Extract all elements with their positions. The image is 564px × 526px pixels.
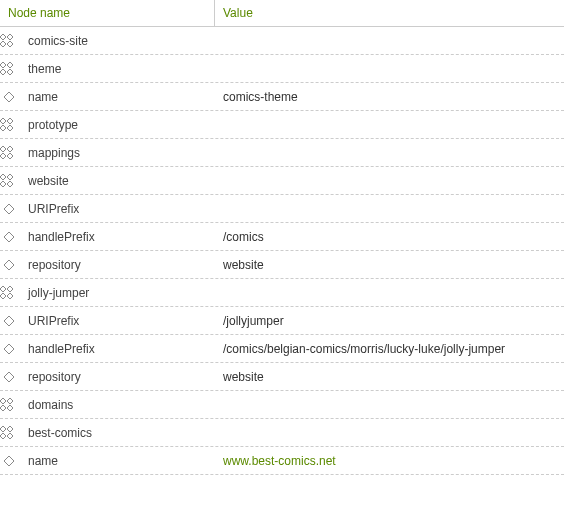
node-value: website [215, 366, 564, 388]
node-label: best-comics [18, 426, 92, 440]
node-label: URIPrefix [18, 202, 79, 216]
node-label: mappings [18, 146, 80, 160]
node-value [215, 177, 564, 185]
node-label: domains [18, 398, 73, 412]
node-label: website [18, 174, 69, 188]
node-value[interactable]: www.best-comics.net [215, 450, 564, 472]
node-label: theme [18, 62, 61, 76]
node-value: website [215, 254, 564, 276]
node-label: handlePrefix [18, 230, 95, 244]
tree-body: comics-sitethemenamecomics-themeprototyp… [0, 27, 564, 475]
leaf-node-icon [0, 230, 18, 244]
leaf-node-icon [0, 342, 18, 356]
node-value: comics-theme [215, 86, 564, 108]
node-name-cell: comics-site [0, 30, 215, 52]
node-value [215, 37, 564, 45]
tree-row[interactable]: handlePrefix/comics/belgian-comics/morri… [0, 335, 564, 363]
group-node-icon [0, 146, 18, 160]
node-value [215, 205, 564, 213]
node-name-cell: mappings [0, 142, 215, 164]
group-node-icon [0, 286, 18, 300]
group-node-icon [0, 426, 18, 440]
tree-row[interactable]: handlePrefix/comics [0, 223, 564, 251]
tree-row[interactable]: URIPrefix [0, 195, 564, 223]
node-label: comics-site [18, 34, 88, 48]
table-header: Node name Value [0, 0, 564, 27]
leaf-node-icon [0, 202, 18, 216]
leaf-node-icon [0, 258, 18, 272]
node-name-cell: theme [0, 58, 215, 80]
node-label: handlePrefix [18, 342, 95, 356]
leaf-node-icon [0, 314, 18, 328]
tree-row[interactable]: repositorywebsite [0, 363, 564, 391]
group-node-icon [0, 34, 18, 48]
group-node-icon [0, 398, 18, 412]
node-value [215, 65, 564, 73]
tree-row[interactable]: comics-site [0, 27, 564, 55]
node-value [215, 401, 564, 409]
node-label: prototype [18, 118, 78, 132]
node-name-cell: website [0, 170, 215, 192]
node-name-cell: name [0, 450, 215, 472]
node-label: repository [18, 258, 81, 272]
node-name-cell: name [0, 86, 215, 108]
node-name-cell: handlePrefix [0, 338, 215, 360]
node-label: repository [18, 370, 81, 384]
node-label: name [18, 454, 58, 468]
node-name-cell: jolly-jumper [0, 282, 215, 304]
node-label: name [18, 90, 58, 104]
node-label: URIPrefix [18, 314, 79, 328]
group-node-icon [0, 62, 18, 76]
header-node-name: Node name [0, 0, 215, 26]
leaf-node-icon [0, 454, 18, 468]
node-value: /comics [215, 226, 564, 248]
tree-row[interactable]: website [0, 167, 564, 195]
tree-row[interactable]: jolly-jumper [0, 279, 564, 307]
tree-row[interactable]: URIPrefix/jollyjumper [0, 307, 564, 335]
tree-row[interactable]: namecomics-theme [0, 83, 564, 111]
node-name-cell: handlePrefix [0, 226, 215, 248]
node-name-cell: best-comics [0, 422, 215, 444]
node-name-cell: URIPrefix [0, 310, 215, 332]
group-node-icon [0, 118, 18, 132]
node-value [215, 149, 564, 157]
node-name-cell: repository [0, 254, 215, 276]
node-name-cell: domains [0, 394, 215, 416]
node-value: /jollyjumper [215, 310, 564, 332]
leaf-node-icon [0, 370, 18, 384]
node-name-cell: prototype [0, 114, 215, 136]
tree-row[interactable]: best-comics [0, 419, 564, 447]
group-node-icon [0, 174, 18, 188]
node-name-cell: repository [0, 366, 215, 388]
tree-row[interactable]: domains [0, 391, 564, 419]
header-value: Value [215, 0, 564, 26]
tree-row[interactable]: mappings [0, 139, 564, 167]
node-value: /comics/belgian-comics/morris/lucky-luke… [215, 338, 564, 360]
node-label: jolly-jumper [18, 286, 89, 300]
node-value [215, 429, 564, 437]
node-value [215, 121, 564, 129]
leaf-node-icon [0, 90, 18, 104]
tree-row[interactable]: namewww.best-comics.net [0, 447, 564, 475]
tree-row[interactable]: prototype [0, 111, 564, 139]
node-value [215, 289, 564, 297]
node-name-cell: URIPrefix [0, 198, 215, 220]
tree-row[interactable]: repositorywebsite [0, 251, 564, 279]
tree-row[interactable]: theme [0, 55, 564, 83]
